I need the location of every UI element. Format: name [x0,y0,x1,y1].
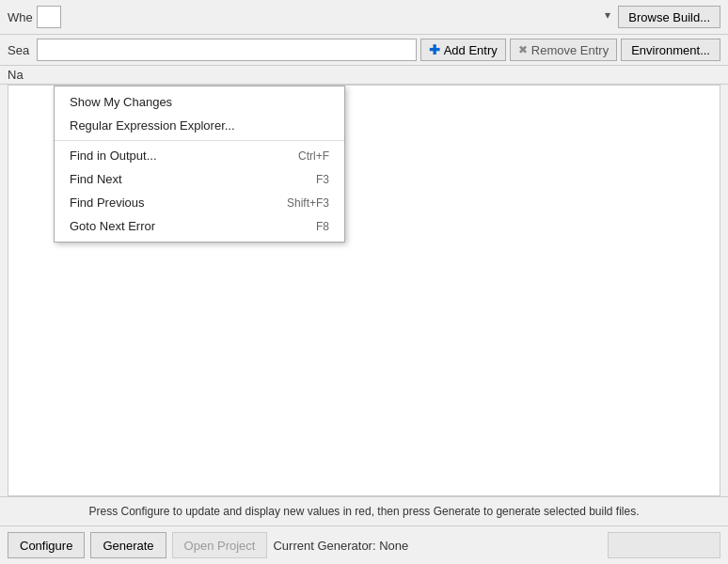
menu-item-regex-explorer-label: Regular Expression Explorer... [70,118,301,133]
search-input[interactable] [37,39,417,61]
menu-separator-1 [55,140,344,141]
menu-item-find-previous-shortcut: Shift+F3 [287,196,329,210]
add-entry-button[interactable]: ✚ Add Entry [420,39,506,61]
build-select[interactable] [37,6,61,28]
environment-button[interactable]: Environment... [621,39,720,61]
menu-item-goto-next-error-label: Goto Next Error [70,219,288,233]
menu-item-goto-next-error-shortcut: F8 [316,220,329,233]
remove-entry-button[interactable]: ✖ Remove Entry [510,39,617,61]
browse-build-button[interactable]: Browse Build... [618,6,720,28]
menu-item-show-my-changes-label: Show My Changes [70,95,301,109]
menu-item-find-next[interactable]: Find Next F3 [55,167,344,191]
name-column-header: Na [8,68,24,82]
configure-button[interactable]: Configure [8,532,85,558]
menu-item-regex-explorer[interactable]: Regular Expression Explorer... [55,114,344,137]
menu-item-find-previous[interactable]: Find Previous Shift+F3 [55,191,344,214]
menu-item-find-previous-label: Find Previous [70,196,259,210]
generator-box [608,532,720,558]
generate-button[interactable]: Generate [90,532,166,558]
menu-item-goto-next-error[interactable]: Goto Next Error F8 [55,214,344,238]
table-header-row: Na [0,66,728,85]
context-menu: Show My Changes Regular Expression Explo… [54,86,345,243]
where-label: Whe [8,10,33,24]
menu-item-show-my-changes[interactable]: Show My Changes [55,90,344,114]
menu-item-find-in-output-shortcut: Ctrl+F [298,149,329,163]
build-select-wrapper [37,6,615,28]
current-generator-label: Current Generator: None [273,539,408,553]
status-message: Press Configure to update and display ne… [88,505,639,518]
plus-icon: ✚ [429,42,440,57]
open-project-button: Open Project [172,532,268,558]
menu-item-find-next-label: Find Next [70,172,288,186]
status-bar: Press Configure to update and display ne… [0,496,728,525]
search-label: Sea [8,43,29,57]
x-icon: ✖ [518,43,528,56]
remove-entry-label: Remove Entry [531,43,609,57]
main-container: Whe Browse Build... Sea ✚ Add Entry ✖ Re… [0,0,728,564]
content-area: Show My Changes Regular Expression Explo… [8,85,720,496]
menu-item-find-in-output[interactable]: Find in Output... Ctrl+F [55,144,344,167]
add-entry-label: Add Entry [444,43,498,57]
toolbar-row: Whe Browse Build... [0,0,728,35]
action-bar: Configure Generate Open Project Current … [0,525,728,564]
search-row: Sea ✚ Add Entry ✖ Remove Entry Environme… [0,35,728,66]
menu-item-find-next-shortcut: F3 [316,173,329,186]
menu-item-find-in-output-label: Find in Output... [70,149,270,163]
